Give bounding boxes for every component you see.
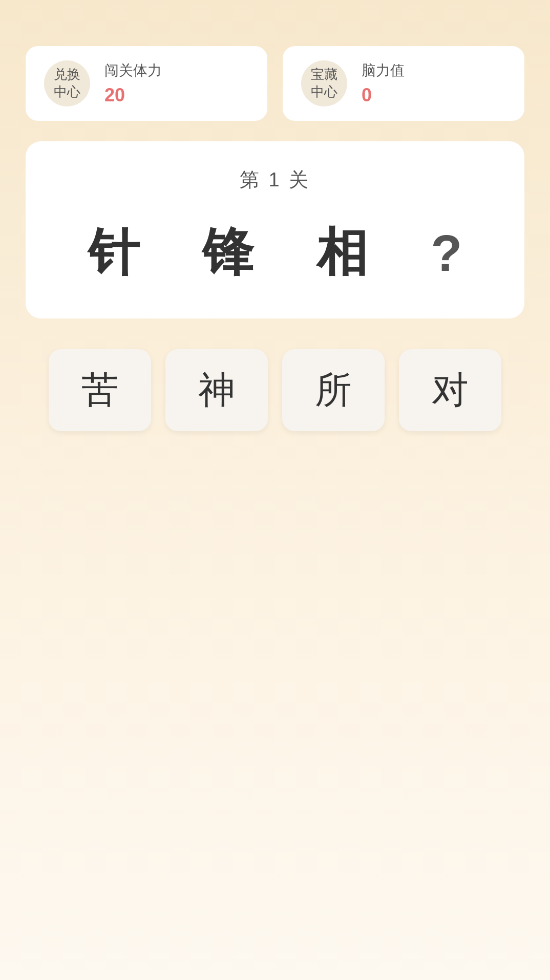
treasure-label: 脑力值 xyxy=(362,61,405,80)
exchange-center-circle: 兑换中心 xyxy=(44,60,90,106)
treasure-card[interactable]: 宝藏中心 脑力值 0 xyxy=(283,46,524,121)
top-cards-container: 兑换中心 闯关体力 20 宝藏中心 脑力值 0 xyxy=(26,46,524,121)
puzzle-char-4: ? xyxy=(431,224,462,283)
answer-btn-shen[interactable]: 神 xyxy=(165,349,268,431)
puzzle-chars-container: 针 锋 相 ? xyxy=(46,219,504,288)
exchange-label: 闯关体力 xyxy=(104,61,162,80)
exchange-value: 20 xyxy=(104,84,162,106)
exchange-card-info: 闯关体力 20 xyxy=(104,61,162,106)
puzzle-char-2: 锋 xyxy=(202,219,253,288)
treasure-value: 0 xyxy=(362,84,405,106)
puzzle-char-1: 针 xyxy=(88,219,139,288)
answer-buttons-container: 苦 神 所 对 xyxy=(26,349,524,431)
treasure-center-circle: 宝藏中心 xyxy=(301,60,347,106)
answer-btn-suo[interactable]: 所 xyxy=(282,349,385,431)
answer-btn-ku[interactable]: 苦 xyxy=(49,349,151,431)
puzzle-char-3: 相 xyxy=(316,219,368,288)
puzzle-level: 第 1 关 xyxy=(240,167,310,193)
answer-btn-dui[interactable]: 对 xyxy=(399,349,501,431)
exchange-card[interactable]: 兑换中心 闯关体力 20 xyxy=(26,46,267,121)
puzzle-card: 第 1 关 针 锋 相 ? xyxy=(26,141,524,318)
treasure-card-info: 脑力值 0 xyxy=(362,61,405,106)
